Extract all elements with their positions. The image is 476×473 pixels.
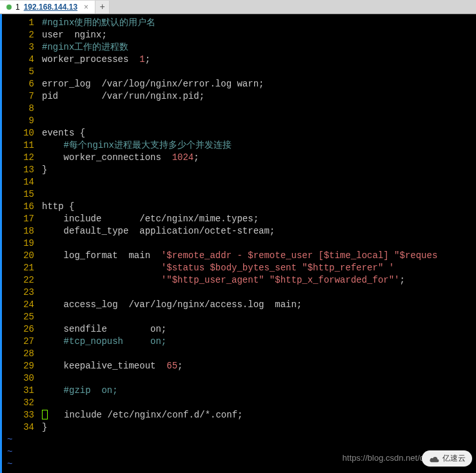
line-number: 26 — [2, 323, 42, 336]
line-number: 24 — [2, 299, 42, 311]
line-number: 22 — [2, 274, 42, 287]
line-number: 5 — [2, 66, 42, 78]
code-line[interactable]: 17 include /etc/nginx/mime.types; — [2, 213, 476, 225]
code-text: } — [42, 421, 47, 434]
left-edge-indicator — [0, 14, 2, 473]
code-text: } — [42, 164, 47, 176]
line-number: 7 — [2, 90, 42, 103]
code-text: include /etc/nginx/conf.d/*.conf; — [42, 409, 243, 421]
code-line[interactable]: 24 access_log /var/log/nginx/access.log … — [2, 299, 476, 311]
code-text: worker_processes 1; — [42, 54, 150, 66]
code-text: #nginx工作的进程数 — [42, 41, 128, 54]
code-line[interactable]: 26 sendfile on; — [2, 323, 476, 336]
tab-title: 192.168.144.13 — [24, 3, 77, 12]
code-text: user nginx; — [42, 29, 107, 41]
code-text: '$status $body_bytes_sent "$http_referer… — [42, 262, 394, 274]
code-line[interactable]: 19 — [2, 237, 476, 250]
code-text: error_log /var/log/nginx/error.log warn; — [42, 78, 264, 90]
code-line[interactable]: 27 #tcp_nopush on; — [2, 336, 476, 348]
code-text: #gzip on; — [42, 385, 118, 397]
code-line[interactable]: 29 keepalive_timeout 65; — [2, 360, 476, 372]
code-line[interactable]: 34} — [2, 421, 476, 434]
line-number: 13 — [2, 164, 42, 176]
add-tab-button[interactable]: + — [95, 1, 110, 14]
line-number: 16 — [2, 201, 42, 213]
line-number: 17 — [2, 213, 42, 225]
line-number: 11 — [2, 139, 42, 152]
watermark-text: https://blog.csdn.net/q — [342, 453, 424, 463]
code-line[interactable]: 12 worker_connections 1024; — [2, 152, 476, 164]
line-number: 19 — [2, 237, 42, 250]
code-line[interactable]: 4worker_processes 1; — [2, 54, 476, 66]
code-text: log_format main '$remote_addr - $remote_… — [42, 250, 437, 262]
line-number: 3 — [2, 41, 42, 54]
code-line[interactable]: 7pid /var/run/nginx.pid; — [2, 90, 476, 103]
code-line[interactable]: 8 — [2, 103, 476, 115]
code-line[interactable]: 2user nginx; — [2, 29, 476, 41]
code-line[interactable]: 28 — [2, 348, 476, 360]
line-number: 20 — [2, 250, 42, 262]
cloud-icon — [428, 454, 440, 463]
code-text: keepalive_timeout 65; — [42, 360, 183, 372]
code-line[interactable]: 18 default_type application/octet-stream… — [2, 225, 476, 237]
code-text: default_type application/octet-stream; — [42, 225, 275, 237]
tab-index: 1 — [15, 3, 20, 12]
code-line[interactable]: 30 — [2, 372, 476, 385]
line-number: 32 — [2, 397, 42, 409]
code-line[interactable]: 31 #gzip on; — [2, 385, 476, 397]
code-text: include /etc/nginx/mime.types; — [42, 213, 259, 225]
code-text: #每个nginx进程最大支持多少个并发连接 — [42, 139, 232, 152]
line-number: 21 — [2, 262, 42, 274]
code-text: access_log /var/log/nginx/access.log mai… — [42, 299, 302, 311]
code-line[interactable]: 14 — [2, 176, 476, 188]
code-text: sendfile on; — [42, 323, 166, 336]
close-icon[interactable]: × — [84, 3, 88, 12]
code-text: http { — [42, 201, 74, 213]
status-dot-icon — [6, 5, 12, 10]
code-line[interactable]: 33 include /etc/nginx/conf.d/*.conf; — [2, 409, 476, 421]
code-line[interactable]: 25 — [2, 311, 476, 323]
code-text: worker_connections 1024; — [42, 152, 199, 164]
code-line[interactable]: 32 — [2, 397, 476, 409]
line-number: 29 — [2, 360, 42, 372]
line-number: 9 — [2, 115, 42, 127]
line-number: 15 — [2, 188, 42, 201]
code-text: #nginx使用的默认的用户名 — [42, 17, 155, 29]
code-line[interactable]: 1#nginx使用的默认的用户名 — [2, 17, 476, 29]
code-text: #tcp_nopush on; — [42, 336, 166, 348]
logo-text: 亿速云 — [442, 453, 466, 464]
line-number: 34 — [2, 421, 42, 434]
code-line[interactable]: 20 log_format main '$remote_addr - $remo… — [2, 250, 476, 262]
code-line[interactable]: 23 — [2, 287, 476, 299]
code-line[interactable]: 3#nginx工作的进程数 — [2, 41, 476, 54]
line-number: 33 — [2, 409, 42, 421]
line-number: 4 — [2, 54, 42, 66]
code-line[interactable]: 16http { — [2, 201, 476, 213]
line-number: 30 — [2, 372, 42, 385]
line-number: 6 — [2, 78, 42, 90]
line-number: 8 — [2, 103, 42, 115]
code-line[interactable]: 15 — [2, 188, 476, 201]
line-number: 27 — [2, 336, 42, 348]
tab-active[interactable]: 1 192.168.144.13 × — [0, 1, 95, 14]
line-number: 25 — [2, 311, 42, 323]
code-line[interactable]: 5 — [2, 66, 476, 78]
code-line[interactable]: 9 — [2, 115, 476, 127]
code-text: '"$http_user_agent" "$http_x_forwarded_f… — [42, 274, 405, 287]
code-line[interactable]: 13} — [2, 164, 476, 176]
line-number: 2 — [2, 29, 42, 41]
code-text: events { — [42, 127, 85, 139]
line-number: 1 — [2, 17, 42, 29]
code-line[interactable]: 10events { — [2, 127, 476, 139]
line-number: 31 — [2, 385, 42, 397]
plus-icon: + — [99, 2, 104, 12]
code-line[interactable]: 6error_log /var/log/nginx/error.log warn… — [2, 78, 476, 90]
code-area[interactable]: 1#nginx使用的默认的用户名2user nginx;3#nginx工作的进程… — [0, 14, 476, 470]
logo-badge: 亿速云 — [422, 450, 472, 467]
line-number: 23 — [2, 287, 42, 299]
code-text: pid /var/run/nginx.pid; — [42, 90, 204, 103]
code-line[interactable]: 21 '$status $body_bytes_sent "$http_refe… — [2, 262, 476, 274]
code-line[interactable]: 22 '"$http_user_agent" "$http_x_forwarde… — [2, 274, 476, 287]
editor-viewport[interactable]: 1#nginx使用的默认的用户名2user nginx;3#nginx工作的进程… — [0, 14, 476, 473]
code-line[interactable]: 11 #每个nginx进程最大支持多少个并发连接 — [2, 139, 476, 152]
